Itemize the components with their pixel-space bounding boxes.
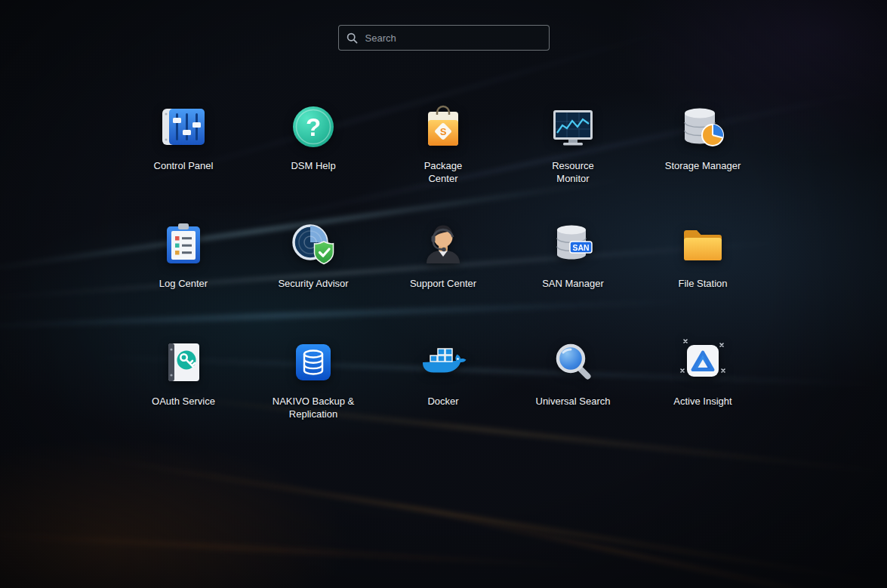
app-label: Security Advisor (278, 277, 348, 290)
storage-manager-icon (678, 102, 728, 152)
support-center-icon (418, 220, 468, 269)
app-label: Package Center (424, 159, 463, 185)
app-docker[interactable]: Docker (378, 334, 508, 451)
app-dsm-help[interactable]: ? DSM Help (248, 98, 378, 216)
app-control-panel[interactable]: Control Panel (119, 98, 248, 216)
active-insight-icon (678, 337, 728, 387)
app-label: Storage Manager (665, 159, 741, 172)
security-advisor-icon (288, 220, 338, 269)
resource-monitor-icon (548, 102, 598, 152)
app-label: Log Center (159, 277, 208, 290)
app-label: Support Center (410, 277, 476, 290)
light-streak (75, 453, 887, 586)
app-label: Docker (427, 395, 458, 408)
app-label: Universal Search (536, 395, 611, 408)
app-oauth-service[interactable]: OAuth Service (119, 334, 248, 451)
synology-s-glyph: S (440, 126, 447, 137)
control-panel-icon (159, 102, 208, 152)
search-icon (346, 32, 358, 44)
app-security-advisor[interactable]: Security Advisor (248, 216, 378, 334)
search-bar[interactable] (338, 25, 550, 51)
universal-search-icon (548, 337, 598, 387)
app-label: File Station (678, 277, 727, 290)
light-streak (377, 498, 887, 588)
app-label: SAN Manager (542, 277, 604, 290)
san-manager-icon: SAN (548, 220, 598, 269)
docker-icon (418, 337, 468, 387)
app-label: NAKIVO Backup & Replication (273, 395, 354, 420)
search-input[interactable] (364, 32, 541, 45)
app-san-manager[interactable]: SAN SAN Manager (508, 216, 638, 334)
log-center-icon (159, 220, 208, 269)
app-universal-search[interactable]: Universal Search (508, 334, 638, 451)
app-support-center[interactable]: Support Center (378, 216, 508, 334)
app-grid: Control Panel ? DSM Help (119, 98, 768, 451)
san-label-glyph: SAN (572, 243, 589, 252)
dsm-help-icon: ? (288, 102, 338, 152)
app-file-station[interactable]: File Station (638, 216, 768, 334)
nakivo-backup-icon (288, 337, 338, 387)
oauth-service-icon (159, 337, 208, 387)
app-nakivo-backup-replication[interactable]: NAKIVO Backup & Replication (248, 334, 378, 451)
question-mark-glyph: ? (306, 113, 321, 141)
app-label: DSM Help (291, 159, 335, 172)
app-label: OAuth Service (152, 395, 215, 408)
file-station-icon (678, 220, 728, 269)
app-storage-manager[interactable]: Storage Manager (638, 98, 768, 216)
app-resource-monitor[interactable]: Resource Monitor (508, 98, 638, 216)
package-center-icon: S (418, 102, 468, 152)
app-package-center[interactable]: S Package Center (378, 98, 508, 216)
light-streak (0, 528, 603, 570)
app-label: Resource Monitor (552, 159, 594, 185)
app-active-insight[interactable]: Active Insight (638, 334, 768, 451)
app-label: Active Insight (673, 395, 731, 408)
app-label: Control Panel (154, 159, 214, 172)
app-log-center[interactable]: Log Center (119, 216, 248, 334)
